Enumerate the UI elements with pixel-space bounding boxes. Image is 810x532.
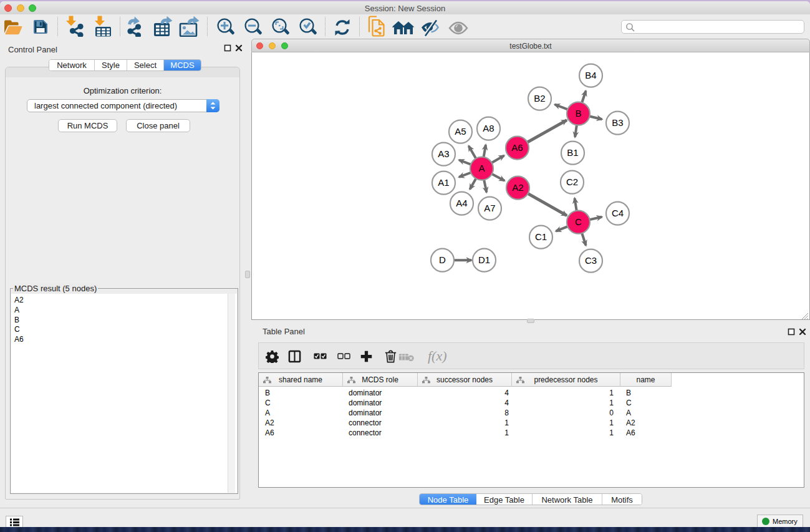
svg-text:C3: C3	[585, 255, 597, 266]
svg-text:C2: C2	[566, 177, 578, 187]
svg-text:A7: A7	[484, 203, 495, 213]
svg-text:A4: A4	[456, 198, 467, 208]
svg-text:A5: A5	[455, 126, 466, 137]
svg-text:A: A	[478, 163, 485, 173]
svg-text:C: C	[575, 216, 582, 227]
svg-text:B4: B4	[585, 70, 596, 80]
svg-text:D1: D1	[478, 254, 490, 265]
svg-text:B: B	[575, 108, 581, 118]
svg-text:B2: B2	[534, 93, 545, 104]
svg-text:D: D	[439, 254, 446, 265]
svg-text:A8: A8	[483, 123, 494, 133]
svg-text:B3: B3	[612, 117, 623, 128]
svg-text:A2: A2	[512, 182, 523, 193]
svg-text:A3: A3	[438, 148, 449, 159]
svg-text:A1: A1	[438, 177, 449, 188]
svg-text:C4: C4	[612, 208, 624, 218]
svg-text:A6: A6	[511, 142, 523, 153]
svg-text:B1: B1	[567, 147, 578, 158]
svg-text:C1: C1	[535, 231, 547, 242]
